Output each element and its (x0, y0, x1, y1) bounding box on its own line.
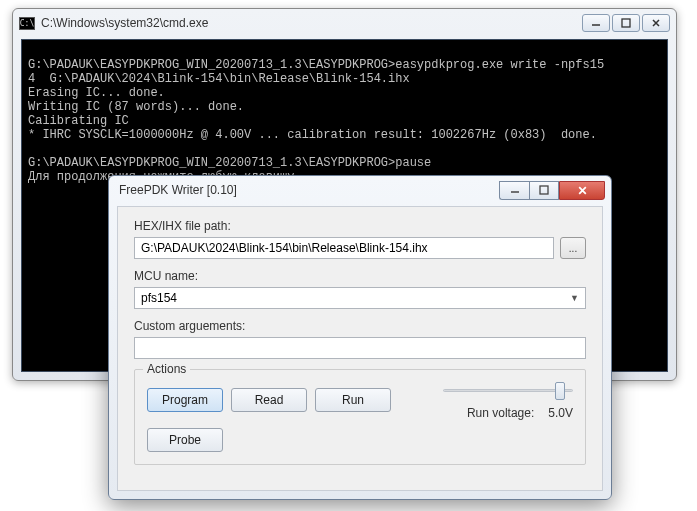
close-button[interactable] (642, 14, 670, 32)
minimize-button[interactable] (499, 181, 529, 200)
voltage-value: 5.0V (548, 406, 573, 420)
voltage-control: Run voltage: 5.0V (443, 380, 573, 420)
slider-thumb[interactable] (555, 382, 565, 400)
voltage-readout: Run voltage: 5.0V (467, 406, 573, 420)
svg-rect-1 (540, 186, 548, 194)
mcu-combobox[interactable]: pfs154 ▼ (134, 287, 586, 309)
close-button[interactable] (559, 181, 605, 200)
dialog-window-buttons (499, 181, 605, 200)
cmd-window-buttons (582, 14, 670, 32)
mcu-value: pfs154 (141, 291, 177, 305)
slider-track (443, 389, 573, 392)
actions-legend: Actions (143, 362, 190, 376)
filepath-label: HEX/IHX file path: (134, 219, 586, 233)
maximize-button[interactable] (529, 181, 559, 200)
filepath-row: ... (134, 237, 586, 259)
actions-row-2: Probe (147, 428, 573, 452)
actions-row-1: Program Read Run Run voltage: 5.0V (147, 380, 573, 420)
freepdk-dialog: FreePDK Writer [0.10] HEX/IHX file path:… (108, 175, 612, 500)
voltage-slider[interactable] (443, 380, 573, 400)
probe-button[interactable]: Probe (147, 428, 223, 452)
actions-group: Actions Program Read Run Run voltage: 5.… (134, 369, 586, 465)
maximize-button[interactable] (612, 14, 640, 32)
voltage-label: Run voltage: (467, 406, 534, 420)
custom-args-row (134, 337, 586, 359)
mcu-label: MCU name: (134, 269, 586, 283)
cmd-title: C:\Windows\system32\cmd.exe (41, 16, 582, 30)
dialog-title: FreePDK Writer [0.10] (119, 183, 499, 197)
filepath-input[interactable] (134, 237, 554, 259)
dialog-body: HEX/IHX file path: ... MCU name: pfs154 … (117, 206, 603, 491)
custom-args-label: Custom arguements: (134, 319, 586, 333)
cmd-icon: C:\ (19, 17, 35, 30)
chevron-down-icon: ▼ (570, 293, 579, 303)
run-button[interactable]: Run (315, 388, 391, 412)
svg-rect-0 (622, 19, 630, 27)
minimize-button[interactable] (582, 14, 610, 32)
custom-args-input[interactable] (134, 337, 586, 359)
browse-button[interactable]: ... (560, 237, 586, 259)
dialog-titlebar: FreePDK Writer [0.10] (109, 176, 611, 204)
read-button[interactable]: Read (231, 388, 307, 412)
cmd-titlebar: C:\ C:\Windows\system32\cmd.exe (13, 9, 676, 37)
program-button[interactable]: Program (147, 388, 223, 412)
